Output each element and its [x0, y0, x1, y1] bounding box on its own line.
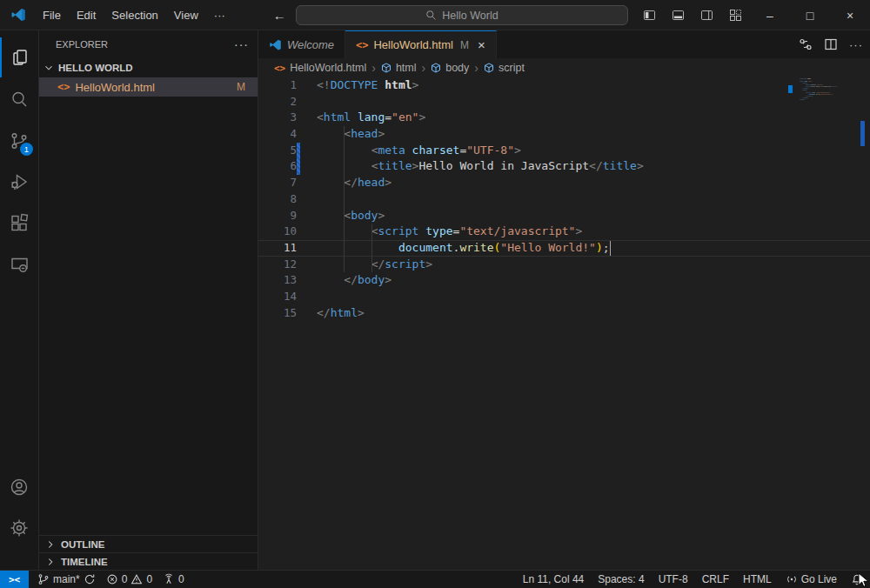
minimize-button[interactable]: –	[750, 0, 790, 30]
chevron-right-icon	[44, 556, 57, 568]
code-line[interactable]: 13 </body>	[258, 272, 870, 289]
code-text: document.write("Hello World!");	[317, 240, 610, 257]
code-line[interactable]: 7 </head>	[258, 175, 870, 191]
code-line[interactable]: 2	[258, 94, 870, 110]
gear-icon	[9, 518, 30, 538]
breadcrumb-item-body[interactable]: body	[445, 62, 469, 74]
section-outline[interactable]: OUTLINE	[39, 535, 258, 552]
symbol-cube-icon	[431, 63, 441, 73]
close-window-button[interactable]: ×	[830, 0, 870, 30]
modified-badge: M	[460, 39, 469, 51]
code-text: </head>	[317, 175, 392, 191]
remote-indicator-button[interactable]: ><	[0, 571, 29, 588]
code-line[interactable]: 4 <head>	[258, 126, 870, 143]
menu-file[interactable]: File	[35, 5, 69, 25]
toggle-secondary-sidebar-icon[interactable]	[699, 8, 714, 23]
indent-guide	[344, 126, 345, 272]
code-line[interactable]: 12 </script>	[258, 257, 870, 273]
code-line[interactable]: 8	[258, 191, 870, 208]
folder-hello-world[interactable]: HELLO WORLD	[39, 58, 258, 77]
code-line[interactable]: 11 document.write("Hello World!");	[258, 240, 870, 257]
line-number: 12	[258, 257, 317, 273]
menu-selection[interactable]: Selection	[104, 5, 165, 25]
section-timeline[interactable]: TIMELINE	[39, 552, 258, 570]
outline-label: OUTLINE	[61, 539, 104, 550]
code-line[interactable]: 1<!DOCTYPE html>	[258, 77, 870, 94]
menu-more-icon[interactable]: ···	[206, 5, 233, 25]
line-number: 13	[258, 272, 317, 289]
warning-icon	[130, 573, 143, 585]
code-line[interactable]: 5 <meta charset="UTF-8">	[258, 143, 870, 159]
line-number: 3	[258, 110, 317, 126]
activity-search[interactable]	[0, 79, 38, 119]
activity-extensions[interactable]	[0, 203, 38, 243]
editor-more-actions-icon[interactable]: ···	[849, 38, 863, 51]
line-number: 1	[258, 77, 317, 94]
activity-remote-explorer[interactable]	[0, 244, 38, 284]
explorer-more-actions-icon[interactable]: ···	[234, 37, 249, 51]
tab-bar: Welcome <> HelloWorld.html M × ···	[258, 30, 870, 58]
chevron-down-icon	[43, 62, 55, 74]
activity-accounts[interactable]	[0, 467, 38, 507]
customize-layout-icon[interactable]	[728, 8, 743, 23]
toggle-panel-icon[interactable]	[671, 8, 686, 23]
code-line[interactable]: 10 <script type="text/javascript">	[258, 224, 870, 240]
symbol-cube-icon	[484, 63, 494, 73]
symbol-cube-icon	[381, 63, 392, 73]
breadcrumb-item-script[interactable]: script	[499, 62, 525, 74]
indentation-indicator[interactable]: Spaces: 4	[591, 571, 651, 588]
chevron-separator-icon: ›	[474, 61, 478, 75]
explorer-sidebar: EXPLORER ··· HELLO WORLD <> HelloWorld.h…	[39, 30, 258, 570]
code-editor[interactable]: 1<!DOCTYPE html>23<html lang="en">4 <hea…	[258, 77, 870, 570]
code-text: <body>	[317, 208, 385, 224]
problems-indicator[interactable]: 0 0	[101, 571, 157, 588]
source-control-badge: 1	[20, 143, 33, 156]
menu-view[interactable]: View	[166, 5, 206, 25]
code-line[interactable]: 15</html>	[258, 305, 870, 322]
close-tab-icon[interactable]: ×	[478, 37, 485, 52]
eol-indicator[interactable]: CRLF	[695, 571, 736, 588]
maximize-button[interactable]: □	[790, 0, 830, 30]
overview-ruler-modified-marker	[860, 121, 865, 146]
split-editor-icon[interactable]	[824, 37, 838, 51]
tab-welcome[interactable]: Welcome	[258, 30, 345, 58]
branch-name: main*	[53, 573, 80, 585]
sidebar-title: EXPLORER	[56, 39, 234, 50]
go-live-text: Go Live	[801, 573, 837, 585]
line-number: 4	[258, 126, 317, 143]
ports-indicator[interactable]: 0	[157, 571, 190, 588]
activity-settings[interactable]	[0, 508, 38, 548]
code-line[interactable]: 3<html lang="en">	[258, 110, 870, 126]
activity-explorer[interactable]	[0, 37, 38, 77]
modified-badge: M	[237, 81, 245, 93]
line-number: 9	[258, 208, 317, 224]
line-number: 8	[258, 191, 317, 208]
files-icon	[10, 47, 30, 68]
file-helloworld-html[interactable]: <> HelloWorld.html M	[39, 77, 258, 97]
status-bar: >< main* 0 0 0 Ln 11, Col 44 Spac	[0, 570, 870, 588]
menu-edit[interactable]: Edit	[69, 5, 104, 25]
breadcrumb-item-html[interactable]: html	[396, 62, 417, 74]
go-live-button[interactable]: Go Live	[779, 571, 844, 588]
line-col-indicator[interactable]: Ln 11, Col 44	[516, 571, 592, 588]
minimap[interactable]: <!DOCTYPE html><html lang="en"> <head> <…	[788, 78, 863, 113]
activity-source-control[interactable]: 1	[0, 121, 38, 161]
toggle-sidebar-icon[interactable]	[642, 8, 657, 23]
encoding-indicator[interactable]: UTF-8	[652, 571, 695, 588]
navigate-back-icon[interactable]: ←	[273, 8, 286, 23]
git-branch-indicator[interactable]: main*	[32, 571, 101, 588]
command-center-search[interactable]: Hello World	[296, 5, 628, 25]
language-indicator[interactable]: HTML	[736, 571, 779, 588]
code-line[interactable]: 14	[258, 289, 870, 305]
code-line[interactable]: 9 <body>	[258, 208, 870, 224]
tab-helloworld-html[interactable]: <> HelloWorld.html M ×	[345, 30, 497, 58]
open-changes-icon[interactable]	[799, 37, 813, 51]
ports-count: 0	[178, 573, 184, 585]
code-line[interactable]: 6 <title>Hello World in JavaScript</titl…	[258, 158, 870, 175]
indentation-text: Spaces: 4	[598, 573, 644, 585]
activity-run-debug[interactable]	[0, 162, 38, 202]
html-file-icon: <>	[274, 63, 285, 74]
folder-label: HELLO WORLD	[58, 63, 133, 73]
activity-bar: 1	[0, 30, 39, 570]
breadcrumb-item-file[interactable]: HelloWorld.html	[290, 62, 366, 74]
